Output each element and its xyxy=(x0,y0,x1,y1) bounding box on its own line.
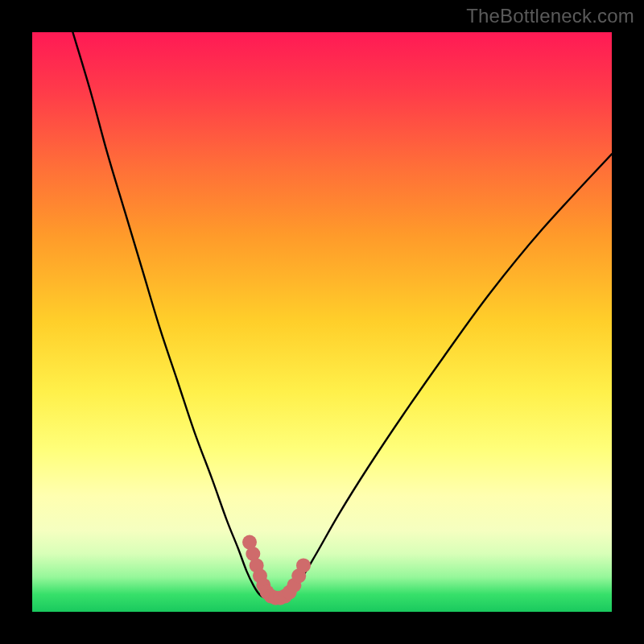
watermark-text: TheBottleneck.com xyxy=(466,5,634,27)
bottleneck-curve-path xyxy=(72,32,612,599)
chart-stage: TheBottleneck.com xyxy=(0,0,644,644)
plot-area xyxy=(32,32,612,612)
bottleneck-curve xyxy=(72,32,612,599)
valley-marker-dot xyxy=(296,558,311,572)
curve-layer xyxy=(32,32,612,612)
valley-markers xyxy=(242,535,311,605)
